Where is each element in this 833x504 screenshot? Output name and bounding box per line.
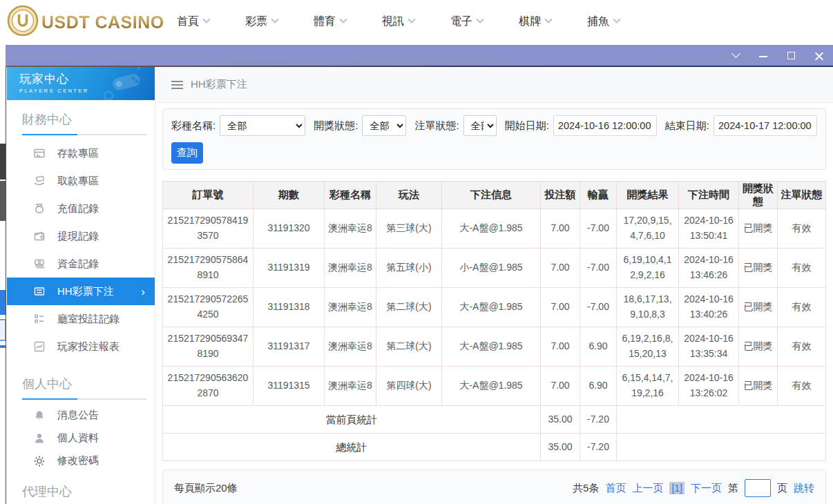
sidebar-item-funds-record[interactable]: 資金記錄	[7, 250, 155, 278]
deposit-icon	[33, 147, 47, 159]
cell: 6,15,4,14,7,19,2,16	[617, 367, 679, 406]
sidebar-item-hall-bet-records[interactable]: 廳室投註記錄	[7, 305, 155, 333]
cell: 31191319	[253, 249, 325, 288]
cell: 大-A盤@1.985	[442, 288, 541, 327]
wallet-icon	[33, 230, 47, 242]
bell-icon	[33, 409, 47, 422]
chevron-down-icon	[408, 16, 415, 23]
cell: 7.00	[541, 249, 580, 288]
search-button[interactable]: 查詢	[171, 142, 203, 164]
cell: 31191318	[253, 288, 325, 327]
cell: 6.90	[580, 327, 617, 367]
summary-label: 總統計	[163, 434, 541, 461]
window-titlebar[interactable]	[6, 45, 833, 66]
end-date-input[interactable]	[714, 115, 817, 136]
summary-winloss-total: -7.20	[580, 434, 617, 461]
prev-page-link[interactable]: 上一页	[632, 482, 663, 495]
sidebar-item-deposit[interactable]: 存款專區	[7, 139, 155, 167]
nav-item-cards[interactable]: 棋牌	[519, 14, 551, 29]
player-center-window: 玩家中心 PLAYERS CENTER 財務中心存款專區取款專區充值記錄提現記錄…	[6, 45, 833, 504]
nav-item-sports[interactable]: 體育	[314, 14, 346, 29]
col-header-3: 玩法	[376, 182, 442, 209]
col-header-9: 開獎狀態	[739, 182, 778, 209]
summary-row: 總統計35.00-7.20	[163, 434, 826, 461]
logo-wordmark: USDT CASINO	[41, 12, 164, 32]
table-row: 215217290569347819031191317澳洲幸运8第二球(大)大-…	[163, 327, 826, 367]
nav-item-fishing[interactable]: 捕魚	[587, 14, 620, 29]
cell: 有效	[778, 327, 826, 367]
pagination: 共5条 首页 上一页 [1] 下一页 第 页 跳转	[573, 479, 814, 497]
sidebar: 玩家中心 PLAYERS CENTER 財務中心存款專區取款專區充值記錄提現記錄…	[6, 67, 155, 504]
col-header-7: 開獎結果	[617, 182, 679, 209]
sidebar-item-change-password[interactable]: 修改密碼	[7, 449, 155, 472]
section-title-finance: 財務中心	[7, 100, 155, 134]
cell: 2152172905784193570	[163, 209, 253, 249]
cell: 已開獎	[739, 327, 778, 367]
minimize-icon[interactable]	[756, 48, 771, 63]
jump-suffix-label: 页	[777, 482, 787, 495]
cell: 2024-10-16 13:50:41	[679, 209, 739, 249]
cell: 2152172905758648910	[163, 249, 253, 288]
col-header-5: 投注額	[541, 182, 580, 209]
lottery-name-select[interactable]: 全部	[220, 115, 305, 136]
cell: 31191315	[253, 367, 325, 406]
jump-page-input[interactable]	[745, 479, 771, 497]
maximize-icon[interactable]	[783, 48, 798, 63]
cell: 18,6,17,13,9,10,8,3	[617, 288, 679, 327]
lottery-name-label: 彩種名稱:	[171, 119, 216, 133]
chevron-down-icon	[613, 16, 620, 23]
col-header-0: 訂單號	[163, 182, 253, 209]
section-divider	[22, 134, 146, 135]
section-title-agent: 代理中心	[7, 472, 155, 504]
site-logo[interactable]: USDT CASINO	[7, 5, 164, 39]
cell: 澳洲幸运8	[325, 288, 376, 327]
first-page-link[interactable]: 首页	[605, 482, 626, 495]
page-title: HH彩票下注	[191, 78, 247, 91]
sidebar-item-profile[interactable]: 個人資料	[7, 427, 155, 449]
cell: 已開獎	[739, 209, 778, 249]
table-row: 215217290563620287031191315澳洲幸运8第四球(大)大-…	[163, 367, 826, 406]
cell: 已開獎	[739, 288, 778, 327]
nav-item-home[interactable]: 首頁	[177, 14, 209, 29]
hamburger-menu-icon[interactable]	[171, 81, 183, 89]
col-header-10: 注單狀態	[778, 182, 826, 209]
cell: 7.00	[541, 327, 580, 367]
cell: 6,19,10,4,12,9,2,16	[617, 249, 679, 288]
cell: 6,19,2,16,8,15,20,13	[617, 327, 679, 367]
cell: 澳洲幸运8	[325, 367, 376, 406]
sidebar-item-hh-lottery-bets[interactable]: HH彩票下注›	[7, 278, 155, 305]
current-page-badge[interactable]: [1]	[669, 482, 684, 494]
nav-item-lottery[interactable]: 彩票	[245, 14, 278, 29]
sidebar-menu: 財務中心存款專區取款專區充值記錄提現記錄資金記錄HH彩票下注›廳室投註記錄玩家投…	[7, 100, 155, 504]
chevron-down-icon	[271, 16, 278, 23]
section-title-personal: 個人中心	[7, 365, 155, 398]
close-icon[interactable]	[811, 48, 826, 63]
cell: 已開獎	[739, 367, 778, 406]
bets-table: 訂單號期數彩種名稱玩法下注信息投注額輸贏開獎結果下注時間開獎狀態注單狀態 215…	[162, 181, 826, 461]
draw-status-select[interactable]: 全部	[362, 115, 406, 136]
nav-item-live-video[interactable]: 視訊	[382, 14, 414, 29]
collapse-chevron-icon[interactable]	[728, 48, 743, 63]
nav-item-slots[interactable]: 電子	[450, 14, 483, 29]
order-status-select[interactable]: 全部	[463, 115, 497, 136]
summary-row: 當前頁統計35.00-7.20	[163, 406, 826, 434]
cell: 2024-10-16 13:35:34	[679, 327, 739, 367]
start-date-input[interactable]	[553, 115, 657, 136]
cell: 澳洲幸运8	[325, 327, 376, 367]
cell: 6.90	[580, 367, 617, 406]
cell: 17,20,9,15,4,7,6,10	[617, 209, 679, 249]
sidebar-item-recharge-record[interactable]: 充值記錄	[7, 195, 155, 222]
summary-empty	[617, 434, 826, 461]
next-page-link[interactable]: 下一页	[691, 482, 722, 495]
end-date-label: 結束日期:	[665, 119, 709, 133]
cell: 有效	[778, 209, 826, 249]
table-row: 215217290575864891031191319澳洲幸运8第五球(小)小-…	[163, 249, 826, 288]
sidebar-item-announcements[interactable]: 消息公告	[7, 404, 155, 427]
cell: 31191320	[253, 209, 325, 249]
sidebar-item-player-bet-report[interactable]: 玩家投注報表	[7, 333, 155, 360]
cell: -7.00	[580, 209, 617, 249]
sidebar-item-cashout-record[interactable]: 提現記錄	[7, 222, 155, 250]
cell: 2024-10-16 13:40:26	[679, 288, 739, 327]
jump-button[interactable]: 跳转	[794, 482, 814, 495]
sidebar-item-withdraw[interactable]: 取款專區	[7, 167, 155, 195]
